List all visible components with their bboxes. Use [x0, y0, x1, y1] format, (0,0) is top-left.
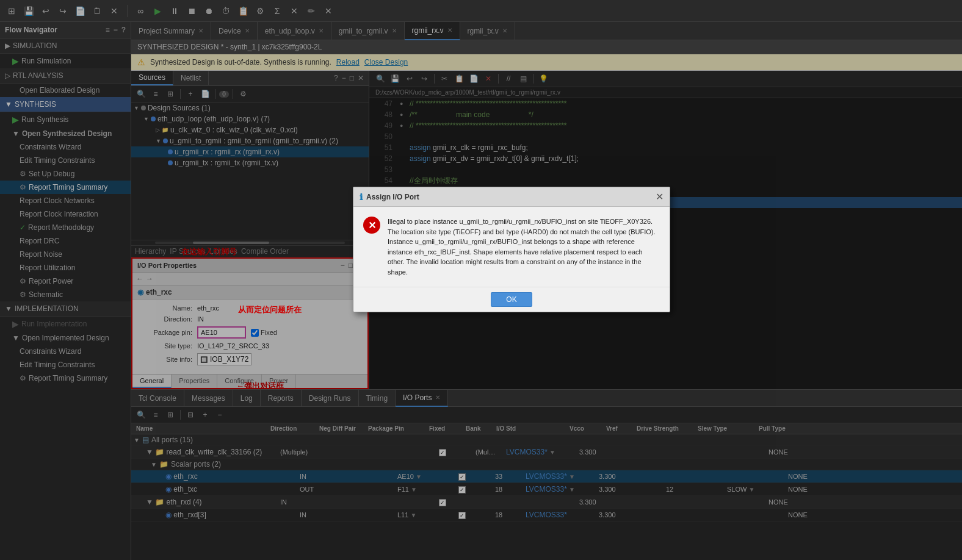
dialog-close-button[interactable]: ✕	[656, 191, 664, 203]
dialog-footer: 从而定位问题所在 OK	[353, 287, 670, 312]
dialog-title: ℹ Assign I/O Port	[360, 192, 419, 202]
dialog-title-icon: ℹ	[360, 192, 363, 202]
annotation-locate: 从而定位问题所在	[238, 304, 302, 315]
assign-io-port-dialog: ℹ Assign I/O Port ✕ ✕ Illegal to place i…	[353, 187, 670, 312]
dialog-title-text: Assign I/O Port	[366, 193, 419, 201]
dialog-overlay: ℹ Assign I/O Port ✕ ✕ Illegal to place i…	[0, 0, 962, 560]
dialog-header: ℹ Assign I/O Port ✕	[353, 187, 670, 207]
dialog-body: ✕ Illegal to place instance u_gmii_to_rg…	[353, 207, 670, 287]
dialog-ok-button[interactable]: OK	[491, 292, 532, 307]
dialog-text: Illegal to place instance u_gmii_to_rgmi…	[388, 217, 660, 277]
dialog-error-icon: ✕	[363, 217, 380, 234]
